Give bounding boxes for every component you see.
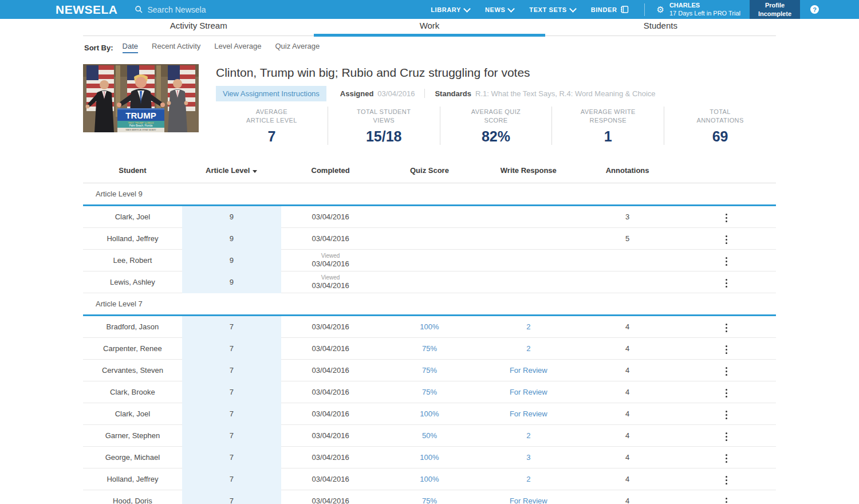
write-response-cell: For Review xyxy=(479,410,578,418)
quiz-score-cell: 75% xyxy=(380,497,479,504)
table-row: Lewis, Ashley9Viewed03/04/2016 xyxy=(83,271,776,293)
row-menu-button[interactable] xyxy=(722,408,731,422)
nav-item-library[interactable]: LIBRARY xyxy=(431,6,470,13)
article-info: Clinton, Trump win big; Rubio and Cruz s… xyxy=(216,64,776,145)
newsela-logo[interactable]: NEWSELA xyxy=(56,3,118,15)
chevron-down-icon xyxy=(507,5,515,13)
write-response-link[interactable]: 3 xyxy=(526,453,530,462)
article-thumbnail[interactable]: TRUMP TEXT "TRUMP" to 88022 Palm Beach, … xyxy=(83,64,199,132)
article-level-cell: 9 xyxy=(182,206,281,228)
write-response-link[interactable]: For Review xyxy=(510,366,547,375)
row-menu-button[interactable] xyxy=(722,233,731,247)
gear-icon[interactable]: ⚙ xyxy=(656,5,664,14)
table-row: Clark, Joel903/04/20163 xyxy=(83,206,776,228)
stat-value: 7 xyxy=(216,128,328,145)
student-name-cell: Carpenter, Renee xyxy=(83,344,182,353)
row-menu-button[interactable] xyxy=(722,452,731,466)
completed-cell: 03/04/2016 xyxy=(281,366,380,375)
article-level-value: 7 xyxy=(230,431,234,440)
quiz-score-cell: 100% xyxy=(380,410,479,418)
sort-option-quiz-average[interactable]: Quiz Average xyxy=(275,42,320,53)
tab-students[interactable]: Students xyxy=(545,19,776,36)
sort-option-recent-activity[interactable]: Recent Activity xyxy=(152,42,200,53)
quiz-score-link[interactable]: 100% xyxy=(420,475,439,483)
search-input[interactable] xyxy=(147,5,258,15)
row-menu-button[interactable] xyxy=(722,211,731,225)
row-menu-button[interactable] xyxy=(722,430,731,444)
row-menu-button[interactable] xyxy=(722,365,731,379)
student-name-cell: Holland, Jeffrey xyxy=(83,475,182,483)
tab-bar: Activity Stream Work Students xyxy=(83,19,776,36)
sort-option-level-average[interactable]: Level Average xyxy=(214,42,261,53)
write-response-cell: 2 xyxy=(479,344,578,353)
help-icon[interactable]: ? xyxy=(810,5,819,14)
podium-sign-line4: MAKE AMERICA GREAT AGAIN! xyxy=(125,129,156,131)
table-body: Article Level 9Clark, Joel903/04/20163Ho… xyxy=(83,183,776,504)
row-menu-button[interactable] xyxy=(722,277,731,290)
completed-cell: 03/04/2016 xyxy=(281,475,380,483)
quiz-score-link[interactable]: 100% xyxy=(420,410,439,418)
stat-total-annotations: TOTAL ANNOTATIONS 69 xyxy=(664,107,776,145)
table-row: Garner, Stephen703/04/201650%24 xyxy=(83,425,776,447)
completed-cell: 03/04/2016 xyxy=(281,431,380,440)
quiz-score-link[interactable]: 75% xyxy=(422,366,437,375)
row-menu-button[interactable] xyxy=(722,321,731,335)
quiz-score-link[interactable]: 100% xyxy=(420,453,439,462)
nav-item-text-sets[interactable]: TEXT SETS xyxy=(529,6,575,13)
profile-incomplete-button[interactable]: Profile Incomplete xyxy=(750,0,800,19)
header-student[interactable]: Student xyxy=(83,166,182,175)
quiz-score-link[interactable]: 75% xyxy=(422,497,437,504)
completed-cell: 03/04/2016 xyxy=(281,234,380,243)
tab-activity-stream[interactable]: Activity Stream xyxy=(83,19,314,36)
quiz-score-link[interactable]: 50% xyxy=(422,431,437,440)
stat-value: 69 xyxy=(664,128,776,145)
completed-date: 03/04/2016 xyxy=(281,259,380,268)
completed-date: 03/04/2016 xyxy=(281,497,380,504)
completed-date: 03/04/2016 xyxy=(281,281,380,290)
header-write-response[interactable]: Write Response xyxy=(479,166,578,175)
write-response-link[interactable]: For Review xyxy=(510,497,547,504)
user-account[interactable]: CHARLES 17 Days Left in PRO Trial xyxy=(669,2,740,18)
row-menu-button[interactable] xyxy=(722,495,731,504)
row-actions-cell xyxy=(677,427,776,443)
stat-label: AVERAGE QUIZ SCORE xyxy=(466,108,526,125)
table-row: Hood, Doris703/04/201675%For Review4 xyxy=(83,490,776,504)
nav-item-news[interactable]: NEWS xyxy=(485,6,514,13)
row-menu-button[interactable] xyxy=(722,474,731,487)
tab-work[interactable]: Work xyxy=(314,19,545,36)
header-annotations[interactable]: Annotations xyxy=(578,166,677,175)
article-level-cell: 7 xyxy=(182,338,281,360)
nav-item-label: LIBRARY xyxy=(431,6,461,13)
write-response-link[interactable]: 2 xyxy=(526,475,530,483)
quiz-score-link[interactable]: 75% xyxy=(422,344,437,353)
student-name-cell: Lewis, Ashley xyxy=(83,278,182,286)
viewed-label: Viewed xyxy=(281,274,380,281)
article-level-cell: 7 xyxy=(182,447,281,468)
write-response-link[interactable]: For Review xyxy=(510,410,547,418)
write-response-link[interactable]: 2 xyxy=(526,431,530,440)
write-response-cell: For Review xyxy=(479,366,578,375)
sort-option-date[interactable]: Date xyxy=(123,42,138,53)
stat-average-article-level: AVERAGE ARTICLE LEVEL 7 xyxy=(216,107,328,145)
quiz-score-link[interactable]: 75% xyxy=(422,388,437,396)
article-level-section-header: Article Level 9 xyxy=(83,183,776,204)
row-menu-button[interactable] xyxy=(722,343,731,357)
header-article-level[interactable]: Article Level xyxy=(182,166,281,175)
quiz-score-link[interactable]: 100% xyxy=(420,322,439,331)
header-quiz-score[interactable]: Quiz Score xyxy=(380,166,479,175)
header-completed[interactable]: Completed xyxy=(281,166,380,175)
navbar-search[interactable] xyxy=(135,5,258,15)
nav-item-binder[interactable]: BINDER xyxy=(591,6,629,13)
write-response-link[interactable]: 2 xyxy=(526,322,530,331)
row-menu-button[interactable] xyxy=(722,255,731,269)
article-level-cell: 7 xyxy=(182,316,281,338)
student-name-cell: Garner, Stephen xyxy=(83,431,182,440)
write-response-link[interactable]: 2 xyxy=(526,344,530,353)
row-menu-button[interactable] xyxy=(722,387,731,400)
chevron-down-icon xyxy=(569,5,577,13)
completed-date: 03/04/2016 xyxy=(281,234,380,243)
annotations-cell: 4 xyxy=(578,388,677,396)
write-response-link[interactable]: For Review xyxy=(510,388,547,396)
view-assignment-instructions-button[interactable]: View Assignment Instructions xyxy=(216,86,326,101)
row-actions-cell xyxy=(677,340,776,356)
